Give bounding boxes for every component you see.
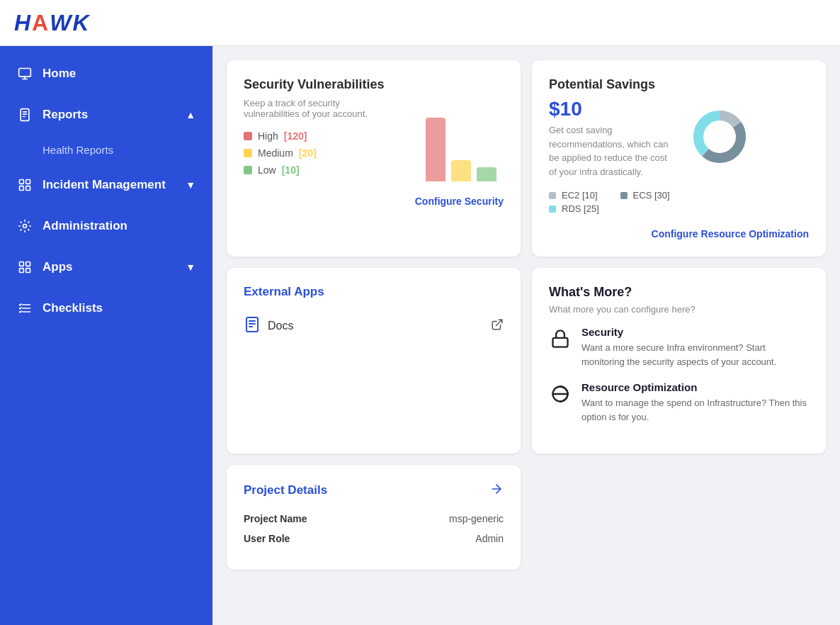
project-row-role: User Role Admin: [244, 533, 504, 544]
high-label: High: [258, 130, 278, 142]
lock-icon: [549, 327, 572, 350]
wm-security-title: Security: [581, 326, 809, 338]
legend-medium: Medium [20]: [244, 147, 414, 159]
medium-count: [20]: [299, 147, 317, 159]
wm-item-security: Security Want a more secure Infra enviro…: [549, 326, 809, 368]
docs-item[interactable]: Docs: [244, 310, 504, 342]
project-row-name: Project Name msp-generic: [244, 513, 504, 524]
sidebar: Home Reports ▲ Health Reports Incident M…: [0, 46, 212, 625]
sidebar-item-label-incident: Incident Management: [42, 177, 166, 193]
potential-savings-title: Potential Savings: [549, 77, 809, 92]
medium-dot: [244, 149, 252, 157]
sidebar-item-home[interactable]: Home: [0, 53, 212, 94]
svg-rect-28: [553, 338, 568, 347]
sidebar-item-apps[interactable]: Apps ▼: [0, 247, 212, 288]
savings-desc: Get cost saving recommendations, which c…: [549, 123, 676, 179]
configure-security-link[interactable]: Configure Security: [244, 196, 504, 207]
wm-security-text: Security Want a more secure Infra enviro…: [581, 326, 809, 368]
sidebar-item-label-checklists: Checklists: [42, 301, 103, 315]
svg-rect-14: [20, 269, 24, 273]
sidebar-item-checklists[interactable]: Checklists: [0, 288, 212, 329]
svg-rect-0: [19, 69, 31, 77]
wm-resource-title: Resource Optimization: [581, 381, 809, 393]
medium-label: Medium: [258, 147, 293, 159]
high-count: [120]: [284, 130, 307, 142]
svg-rect-13: [26, 262, 30, 266]
bar-high: [426, 118, 445, 181]
sidebar-sub-label-health-reports: Health Reports: [42, 144, 113, 156]
svg-rect-15: [26, 269, 30, 273]
chevron-up-icon: ▲: [186, 109, 195, 120]
external-link-icon[interactable]: [491, 318, 504, 334]
reports-icon: [17, 107, 33, 123]
bar-medium: [451, 160, 471, 181]
docs-icon: [244, 316, 261, 336]
sidebar-item-label-home: Home: [42, 67, 76, 81]
savings-legend: EC2 [10] ECS [30] RDS [25]: [549, 190, 809, 214]
ecs-dot: [620, 192, 628, 199]
svg-rect-7: [20, 180, 24, 184]
project-role-label: User Role: [244, 533, 290, 544]
project-name-value: msp-generic: [449, 513, 504, 524]
logo-accent: A: [32, 10, 50, 35]
svg-line-27: [496, 320, 502, 325]
monitor-icon: [17, 66, 33, 81]
whats-more-card: What's More? What more you can configure…: [532, 268, 826, 454]
whats-more-subtitle: What more you can configure here?: [549, 304, 809, 315]
project-role-value: Admin: [475, 533, 504, 544]
project-name-label: Project Name: [244, 513, 307, 524]
main-content: Security Vulnerabilities Keep a track of…: [212, 46, 840, 625]
svg-rect-12: [20, 262, 24, 266]
header: HAWK: [0, 0, 840, 46]
external-apps-title: External Apps: [244, 285, 504, 299]
wm-resource-text: Resource Optimization Want to manage the…: [581, 381, 809, 424]
project-details-title: Project Details: [244, 483, 327, 497]
ecs-label: ECS [30]: [633, 190, 670, 201]
wm-security-desc: Want a more secure Infra environment? St…: [581, 341, 809, 368]
checklist-icon: [17, 300, 33, 316]
sidebar-item-health-reports[interactable]: Health Reports: [0, 135, 212, 164]
wm-item-resource: Resource Optimization Want to manage the…: [549, 381, 809, 424]
svg-rect-8: [26, 180, 30, 184]
svg-point-11: [23, 225, 27, 228]
apps-icon: [17, 259, 33, 275]
logo: HAWK: [14, 10, 91, 36]
legend-low: Low [10]: [244, 164, 414, 176]
donut-chart: [688, 105, 751, 171]
project-header: Project Details: [244, 482, 504, 499]
sidebar-item-administration[interactable]: Administration: [0, 205, 212, 247]
low-dot: [244, 166, 252, 174]
potential-savings-card: Potential Savings $10 Get cost saving re…: [532, 60, 826, 257]
sidebar-item-label-reports: Reports: [42, 108, 88, 122]
savings-amount: $10: [549, 98, 676, 120]
resource-icon: [549, 383, 572, 405]
bar-low: [477, 167, 496, 181]
savings-content: $10 Get cost saving recommendations, whi…: [549, 98, 809, 179]
docs-label: Docs: [268, 320, 293, 332]
chevron-down-icon: ▼: [186, 179, 195, 191]
sidebar-item-reports[interactable]: Reports ▲: [0, 94, 212, 135]
ec2-dot: [549, 192, 556, 199]
savings-text: $10 Get cost saving recommendations, whi…: [549, 98, 676, 179]
rds-dot: [549, 205, 556, 213]
configure-resource-link[interactable]: Configure Resource Optimization: [549, 228, 809, 240]
sidebar-item-incident-management[interactable]: Incident Management ▼: [0, 164, 212, 205]
docs-left: Docs: [244, 316, 293, 336]
low-count: [10]: [282, 164, 300, 176]
security-vuln-content: Keep a track of security vulnerabilities…: [244, 98, 504, 181]
project-details-card: Project Details Project Name msp-generic…: [227, 465, 521, 570]
rds-label: RDS [25]: [562, 203, 599, 214]
chevron-down-apps-icon: ▼: [186, 261, 195, 273]
whats-more-title: What's More?: [549, 285, 809, 300]
wm-resource-desc: Want to manage the spend on Infrastructu…: [581, 396, 809, 424]
sidebar-item-label-administration: Administration: [42, 219, 127, 233]
svg-rect-9: [20, 186, 24, 191]
sidebar-item-label-apps: Apps: [42, 260, 73, 274]
layout: Home Reports ▲ Health Reports Incident M…: [0, 46, 840, 625]
external-apps-card: External Apps Docs: [227, 268, 521, 454]
ec2-label: EC2 [10]: [562, 190, 598, 201]
arrow-right-icon[interactable]: [489, 482, 504, 499]
logo-text: HAWK: [14, 10, 91, 35]
high-dot: [244, 132, 252, 140]
security-vuln-title: Security Vulnerabilities: [244, 77, 504, 92]
